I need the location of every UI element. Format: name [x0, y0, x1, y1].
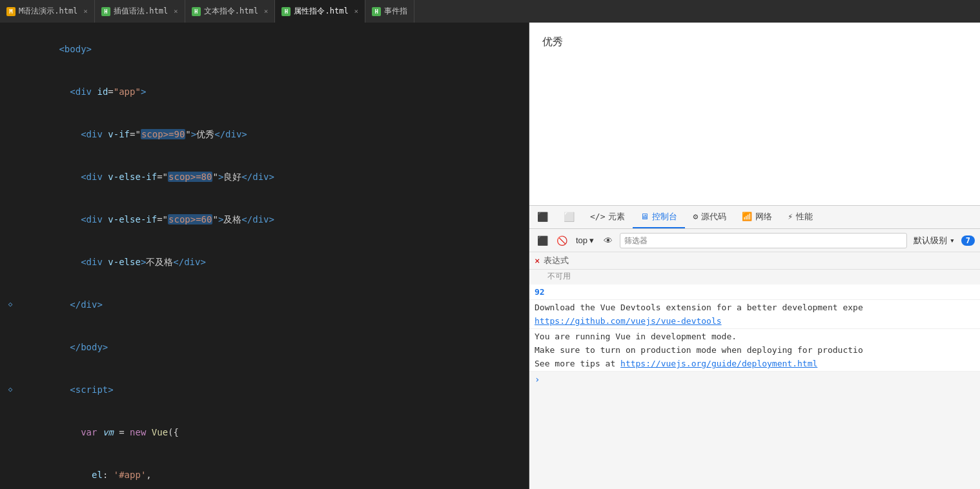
- console-row-number: 92: [529, 284, 980, 300]
- tab-close-1[interactable]: ×: [83, 7, 88, 15]
- tab-icon-h3: H: [192, 7, 201, 16]
- tab-icon-h2: H: [101, 7, 110, 16]
- expression-label: 表达式: [544, 255, 569, 266]
- browser-preview: 优秀: [529, 23, 980, 205]
- devtools-tab-screen[interactable]: ⬛: [529, 206, 556, 228]
- line-content-10: var vm = new Vue({: [15, 411, 524, 454]
- error-badge: 7: [961, 235, 975, 246]
- console-number-value: 92: [535, 287, 545, 297]
- devtools-tab-console[interactable]: 🖥 控制台: [633, 206, 685, 228]
- tab-icon-h5: H: [372, 7, 381, 16]
- console-row-devtools-msg: Download the Vue Devtools extension for …: [529, 300, 980, 329]
- console-label: 控制台: [652, 211, 677, 223]
- devtools-tab-sources[interactable]: ⚙ 源代码: [685, 206, 734, 228]
- code-line-7: ◇ </div>: [0, 283, 529, 326]
- elements-label: 元素: [608, 211, 625, 223]
- right-panel: 优秀 ⬛ ⬜ </> 元素 🖥 控制台: [529, 23, 980, 489]
- console-error-section[interactable]: × 表达式: [529, 252, 980, 270]
- line-content-3: <div v-if="scop>=90">优秀</div>: [15, 113, 524, 155]
- main-area: <body> <div id="app"> <div v-if="scop>=9…: [0, 23, 980, 489]
- code-line-9: ◇ <script>: [0, 368, 529, 411]
- code-line-6: <div v-else>不及格</div>: [0, 241, 529, 283]
- devtools-tab-elements[interactable]: </> 元素: [582, 206, 633, 228]
- tab-m-syntax[interactable]: M M语法演示.html ×: [0, 0, 95, 23]
- mode-msg-line2: Make sure to turn on production mode whe…: [535, 345, 863, 355]
- network-label: 网络: [755, 211, 772, 223]
- tab-label-3: 文本指令.html: [204, 6, 258, 17]
- devtools-tab-bar: ⬛ ⬜ </> 元素 🖥 控制台 ⚙ 源代码 📶: [529, 206, 980, 229]
- devtools-panel: ⬛ ⬜ </> 元素 🖥 控制台 ⚙ 源代码 📶: [529, 205, 980, 489]
- code-line-4: <div v-else-if="scop>=80">良好</div>: [0, 155, 529, 198]
- code-line-1: <body>: [0, 28, 529, 70]
- devtools-toolbar: ⬛ 🚫 top ▾ 👁 默认级别 ▾ 7: [529, 229, 980, 252]
- network-icon: 📶: [742, 212, 752, 221]
- tab-icon-m: M: [6, 7, 15, 16]
- performance-label: 性能: [796, 211, 813, 223]
- code-line-2: <div id="app">: [0, 70, 529, 113]
- line-content-5: <div v-else-if="scop>=60">及格</div>: [15, 198, 524, 241]
- code-editor[interactable]: <body> <div id="app"> <div v-if="scop>=9…: [0, 23, 529, 489]
- screen-icon: ⬛: [537, 212, 548, 222]
- tab-icon-h4: H: [281, 7, 291, 16]
- tab-label-1: M语法演示.html: [19, 6, 77, 17]
- devtools-tab-network[interactable]: 📶 网络: [734, 206, 780, 228]
- tab-event-directive[interactable]: H 事件指: [365, 0, 414, 23]
- line-content-9: <script>: [15, 368, 524, 411]
- tab-text-directive[interactable]: H 文本指令.html ×: [185, 0, 276, 23]
- sources-label: 源代码: [701, 211, 726, 223]
- mode-msg-line3: See more tips at https://vuejs.org/guide…: [535, 359, 817, 368]
- level-label: 默认级别: [914, 235, 947, 246]
- line-content-8: </body>: [15, 326, 524, 368]
- gutter-7: ◇: [5, 297, 15, 312]
- close-error-icon[interactable]: ×: [535, 255, 540, 266]
- preview-text: 优秀: [542, 36, 563, 47]
- record-button[interactable]: ⬛: [535, 233, 550, 248]
- devtools-link[interactable]: https://github.com/vuejs/vue-devtools: [535, 316, 722, 326]
- tab-bar: M M语法演示.html × H 插值语法.html × H 文本指令.html…: [0, 0, 980, 23]
- code-line-5: <div v-else-if="scop>=60">及格</div>: [0, 198, 529, 241]
- tab-close-4[interactable]: ×: [354, 7, 359, 15]
- filter-input[interactable]: [620, 233, 907, 248]
- console-row-mode-msg: You are running Vue in development mode.…: [529, 329, 980, 372]
- console-content[interactable]: × 表达式 不可用 92 Download the Vue Devtools e…: [529, 252, 980, 489]
- code-line-8: </body>: [0, 326, 529, 368]
- level-chevron-icon: ▾: [950, 235, 955, 245]
- performance-icon: ⚡: [788, 212, 793, 221]
- tab-label-4: 属性指令.html: [294, 6, 348, 17]
- line-content-6: <div v-else>不及格</div>: [15, 241, 524, 283]
- line-content-4: <div v-else-if="scop>=80">良好</div>: [15, 155, 524, 198]
- code-line-11: el: '#app',: [0, 454, 529, 489]
- level-selector[interactable]: 默认级别 ▾: [911, 234, 957, 248]
- inspect-icon: ⬜: [564, 212, 575, 222]
- code-line-10: var vm = new Vue({: [0, 411, 529, 454]
- sources-icon: ⚙: [693, 212, 698, 221]
- mode-msg-line1: You are running Vue in development mode.: [535, 332, 737, 341]
- line-content-11: el: '#app',: [15, 454, 524, 489]
- line-content-7: </div>: [15, 283, 524, 326]
- top-label: top: [576, 235, 587, 245]
- tab-close-2[interactable]: ×: [174, 7, 178, 15]
- tab-label-2: 插值语法.html: [114, 6, 168, 17]
- tab-label-5: 事件指: [384, 6, 407, 17]
- elements-code-icon: </>: [590, 212, 605, 221]
- code-line-3: <div v-if="scop>=90">优秀</div>: [0, 113, 529, 155]
- line-content-2: <div id="app">: [15, 70, 524, 113]
- line-content-1: <body>: [15, 28, 524, 70]
- deployment-link[interactable]: https://vuejs.org/guide/deployment.html: [620, 359, 817, 368]
- devtools-msg-text: Download the Vue Devtools extension for …: [535, 303, 863, 312]
- tab-close-3[interactable]: ×: [264, 7, 269, 15]
- devtools-tab-performance[interactable]: ⚡ 性能: [780, 206, 821, 228]
- devtools-tab-inspect[interactable]: ⬜: [556, 206, 582, 228]
- top-selector[interactable]: top ▾: [573, 234, 597, 246]
- gutter-9: ◇: [5, 383, 15, 397]
- expression-sub: 不可用: [529, 270, 980, 284]
- eye-button[interactable]: 👁: [600, 233, 616, 248]
- console-prompt[interactable]: ›: [529, 372, 980, 387]
- tab-interpolation[interactable]: H 插值语法.html ×: [95, 0, 185, 23]
- tab-attr-directive[interactable]: H 属性指令.html ×: [275, 0, 365, 23]
- ban-button[interactable]: 🚫: [554, 233, 569, 248]
- chevron-down-icon: ▾: [589, 235, 594, 245]
- console-icon: 🖥: [640, 212, 649, 221]
